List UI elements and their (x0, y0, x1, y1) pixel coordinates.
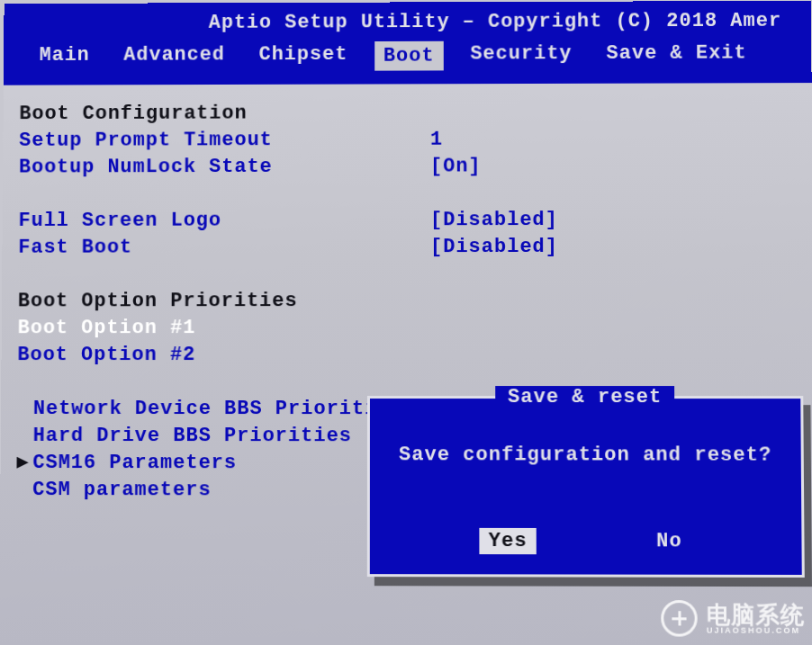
tab-bar: MainAdvancedChipsetBootSecuritySave & Ex… (4, 34, 811, 71)
dialog-message: Save configuration and reset? (370, 399, 801, 467)
tab-chipset[interactable]: Chipset (252, 41, 356, 67)
tab-security[interactable]: Security (463, 40, 579, 67)
watermark: 电脑系统 UJIAOSHOU.COM (661, 600, 805, 637)
full-screen-logo-value[interactable]: [Disabled] (430, 207, 558, 234)
watermark-sub: UJIAOSHOU.COM (707, 626, 805, 634)
setup-prompt-timeout-label[interactable]: Setup Prompt Timeout (19, 127, 430, 155)
section-boot-configuration: Boot Configuration (19, 100, 430, 128)
header-title: Aptio Setup Utility – Copyright (C) 2018… (4, 8, 811, 38)
boot-option-2[interactable]: Boot Option #2 (17, 342, 430, 369)
tab-boot[interactable]: Boot (374, 41, 443, 71)
fast-boot-label[interactable]: Fast Boot (18, 234, 430, 261)
dialog-no-button[interactable]: No (647, 528, 691, 554)
submenu-label: Hard Drive BBS Priorities (33, 425, 352, 447)
bootup-numlock-value[interactable]: [On] (430, 154, 482, 181)
setup-prompt-timeout-value[interactable]: 1 (430, 127, 443, 154)
tab-advanced[interactable]: Advanced (116, 42, 231, 68)
submenu-label: CSM16 Parameters (32, 452, 237, 474)
submenu-label: Network Device BBS Priorities (33, 398, 403, 420)
triangle-right-icon: ▶ (16, 450, 32, 477)
bios-header: Aptio Setup Utility – Copyright (C) 2018… (4, 1, 812, 85)
submenu-label: CSM parameters (32, 479, 212, 501)
dialog-yes-button[interactable]: Yes (480, 528, 537, 554)
tab-save-exit[interactable]: Save & Exit (599, 40, 753, 67)
full-screen-logo-label[interactable]: Full Screen Logo (18, 207, 430, 235)
dialog-title: Save & reset (495, 386, 674, 408)
bootup-numlock-label[interactable]: Bootup NumLock State (19, 154, 430, 182)
watermark-main: 电脑系统 (707, 603, 806, 627)
tab-main[interactable]: Main (32, 42, 97, 68)
fast-boot-value[interactable]: [Disabled] (430, 234, 558, 261)
watermark-logo-icon (661, 600, 698, 637)
save-reset-dialog: Save & reset Save configuration and rese… (367, 396, 805, 578)
boot-option-1[interactable]: Boot Option #1 (18, 315, 430, 342)
section-boot-priorities: Boot Option Priorities (18, 288, 430, 315)
